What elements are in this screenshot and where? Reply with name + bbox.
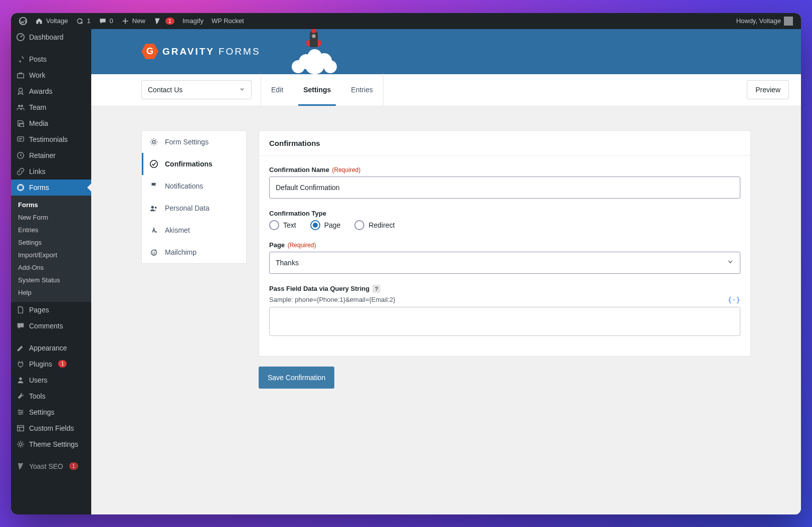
query-sample-text: Sample: phone={Phone:1}&email={Email:2} <box>269 296 395 303</box>
tab-settings[interactable]: Settings <box>293 74 341 106</box>
app-window: Voltage 1 0 New 1 Imagify WP Rocket Howd… <box>11 13 801 514</box>
query-string-input[interactable] <box>269 307 740 336</box>
menu-appearance[interactable]: Appearance <box>11 340 91 356</box>
confirmation-name-input[interactable] <box>269 177 740 199</box>
settings-nav-form-settings[interactable]: Form Settings <box>142 131 246 153</box>
imagify[interactable]: Imagify <box>178 13 208 29</box>
gear-icon <box>16 440 25 449</box>
submenu-settings[interactable]: Settings <box>11 236 91 249</box>
submenu-label: Entries <box>18 226 38 234</box>
confirmations-panel: Confirmations Confirmation Name (Require… <box>259 130 751 357</box>
menu-plugins[interactable]: Plugins1 <box>11 356 91 372</box>
new-content[interactable]: New <box>117 13 149 29</box>
submenu-system-status[interactable]: System Status <box>11 274 91 286</box>
link-icon <box>16 167 25 176</box>
settings-nav-mailchimp[interactable]: Mailchimp <box>142 241 246 263</box>
mailchimp-icon <box>149 247 159 257</box>
menu-settings[interactable]: Settings <box>11 404 91 420</box>
menu-team[interactable]: Team <box>11 99 91 115</box>
menu-pages[interactable]: Pages <box>11 302 91 318</box>
menu-retainer[interactable]: Retainer <box>11 147 91 163</box>
admin-sidebar: Dashboard Posts Work Awards Team Media T… <box>11 29 91 514</box>
menu-theme-settings[interactable]: Theme Settings <box>11 436 91 452</box>
menu-label: Dashboard <box>29 33 64 41</box>
site-name-label: Voltage <box>46 17 68 25</box>
settings-nav-label: Form Settings <box>165 138 209 146</box>
menu-custom-fields[interactable]: Custom Fields <box>11 420 91 436</box>
site-name[interactable]: Voltage <box>31 13 72 29</box>
svg-point-20 <box>154 252 155 253</box>
menu-work[interactable]: Work <box>11 67 91 83</box>
menu-awards[interactable]: Awards <box>11 83 91 99</box>
submenu-import-export[interactable]: Import/Export <box>11 249 91 261</box>
svg-point-14 <box>150 160 157 167</box>
menu-label: Team <box>29 103 46 111</box>
radio-text[interactable]: Text <box>269 220 296 230</box>
wp-rocket[interactable]: WP Rocket <box>208 13 248 29</box>
yoast-icon <box>16 462 25 471</box>
comments-toggle[interactable]: 0 <box>95 13 117 29</box>
menu-media[interactable]: Media <box>11 115 91 131</box>
settings-icon <box>16 408 25 417</box>
wordpress-icon <box>19 17 27 25</box>
forms-icon <box>16 183 25 192</box>
svg-point-4 <box>18 105 21 107</box>
merge-tag-icon[interactable]: {·} <box>728 296 740 304</box>
submenu-label: New Form <box>18 214 48 221</box>
submenu-help[interactable]: Help <box>11 286 91 299</box>
menu-dashboard[interactable]: Dashboard <box>11 29 91 45</box>
menu-testimonials[interactable]: Testimonials <box>11 131 91 147</box>
updates-count: 1 <box>87 17 90 25</box>
settings-nav-notifications[interactable]: Notifications <box>142 175 246 197</box>
required-marker: (Required) <box>332 166 361 173</box>
submenu-label: Forms <box>18 201 38 209</box>
form-switcher[interactable]: Contact Us <box>141 80 252 99</box>
menu-label: Plugins <box>29 360 52 368</box>
akismet-icon <box>149 225 159 235</box>
menu-posts[interactable]: Posts <box>11 51 91 67</box>
submenu-new-form[interactable]: New Form <box>11 211 91 224</box>
settings-nav-confirmations[interactable]: Confirmations <box>142 153 246 175</box>
preview-button[interactable]: Preview <box>747 80 789 99</box>
menu-forms[interactable]: Forms <box>11 180 91 196</box>
settings-nav-label: Notifications <box>165 182 203 190</box>
yoast[interactable]: 1 <box>149 13 178 29</box>
tab-edit[interactable]: Edit <box>261 74 293 106</box>
label-text: Page <box>269 241 285 249</box>
form-tabs: Edit Settings Entries <box>261 74 383 106</box>
submenu-entries[interactable]: Entries <box>11 224 91 236</box>
menu-label: Theme Settings <box>29 440 78 448</box>
page-label: Page (Required) <box>269 241 740 249</box>
fields-icon <box>16 424 25 433</box>
submenu-label: Import/Export <box>18 251 57 259</box>
radio-page[interactable]: Page <box>310 220 341 230</box>
gf-wordmark: GRAVITY FORMS <box>162 46 261 57</box>
menu-label: Tools <box>29 392 46 400</box>
updates[interactable]: 1 <box>72 13 94 29</box>
settings-nav-personal-data[interactable]: Personal Data <box>142 197 246 219</box>
settings-sidebar: Form Settings Confirmations Notification… <box>141 130 247 264</box>
menu-yoast-seo[interactable]: Yoast SEO1 <box>11 458 91 474</box>
menu-comments[interactable]: Comments <box>11 318 91 334</box>
comment-icon <box>16 321 25 330</box>
radio-redirect[interactable]: Redirect <box>354 220 394 230</box>
label-text: Confirmation Name <box>269 166 329 173</box>
submenu-addons[interactable]: Add-Ons <box>11 261 91 274</box>
quote-icon <box>16 135 25 144</box>
flag-icon <box>149 181 159 191</box>
menu-tools[interactable]: Tools <box>11 388 91 404</box>
menu-users[interactable]: Users <box>11 372 91 388</box>
submenu-forms[interactable]: Forms <box>11 199 91 211</box>
tab-entries[interactable]: Entries <box>341 74 383 106</box>
content-area: G GRAVITY FORMS <box>91 29 801 514</box>
save-confirmation-button[interactable]: Save Confirmation <box>259 367 334 389</box>
howdy-account[interactable]: Howdy, Voltage <box>732 13 797 29</box>
help-icon[interactable]: ? <box>372 285 380 293</box>
yoast-menu-badge: 1 <box>69 462 78 470</box>
page-select[interactable]: Thanks <box>269 252 740 274</box>
form-switcher-label: Contact Us <box>148 86 182 94</box>
settings-nav-akismet[interactable]: Akismet <box>142 219 246 241</box>
wp-logo[interactable] <box>15 13 31 29</box>
menu-links[interactable]: Links <box>11 163 91 180</box>
pages-icon <box>16 305 25 314</box>
